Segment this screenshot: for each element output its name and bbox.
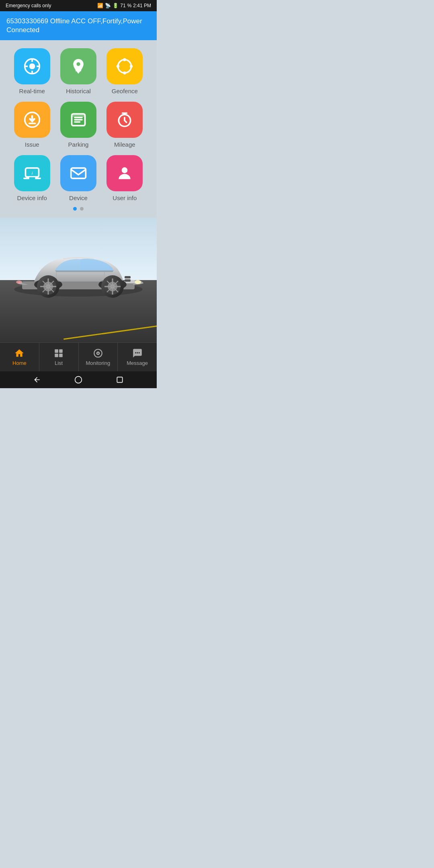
- svg-point-60: [97, 353, 98, 354]
- svg-point-51: [16, 280, 22, 284]
- realtime-icon-box: [14, 48, 50, 84]
- user-icon: [116, 164, 133, 182]
- car-image-area: [0, 218, 157, 342]
- issue-icon-box: [14, 102, 50, 138]
- grid-item-deviceinfo[interactable]: i Device info: [12, 155, 52, 201]
- svg-rect-53: [125, 279, 131, 282]
- svg-rect-54: [55, 349, 58, 353]
- grid-item-userinfo[interactable]: User info: [105, 155, 145, 201]
- grid-item-parking[interactable]: Parking: [58, 102, 98, 148]
- svg-point-9: [118, 60, 131, 73]
- nav-message[interactable]: Message: [118, 343, 157, 371]
- device-icon-box: [60, 155, 96, 191]
- svg-point-61: [135, 352, 136, 353]
- geofence-icon: [116, 57, 133, 75]
- bottom-nav: Home List Monitoring Message: [0, 342, 157, 371]
- svg-point-63: [138, 352, 139, 353]
- header-text: 65303330669 Offline ACC OFF,Fortify,Powe…: [6, 17, 142, 34]
- home-button[interactable]: [74, 375, 83, 384]
- svg-rect-55: [59, 349, 63, 353]
- laptop-icon: i: [23, 164, 41, 182]
- battery-icon: 🔋: [113, 3, 119, 8]
- menu-grid-area: Real-time Historical: [0, 40, 157, 218]
- status-right: 📶 📡 🔋 71% 2:41 PM: [97, 3, 151, 8]
- svg-point-29: [122, 168, 128, 174]
- svg-point-64: [75, 377, 82, 383]
- device-label: Device: [69, 194, 88, 201]
- home-nav-icon: [14, 348, 25, 358]
- realtime-label: Real-time: [19, 88, 45, 94]
- mail-icon: [70, 164, 87, 182]
- nav-message-label: Message: [127, 360, 148, 366]
- historical-label: Historical: [66, 88, 91, 94]
- grid-item-device[interactable]: Device: [58, 155, 98, 201]
- svg-rect-28: [71, 168, 86, 178]
- userinfo-label: User info: [113, 194, 137, 201]
- time-display: 2:41 PM: [133, 3, 151, 8]
- nav-list-label: List: [55, 360, 63, 366]
- recents-button[interactable]: [115, 375, 124, 384]
- deviceinfo-icon-box: i: [14, 155, 50, 191]
- svg-point-62: [137, 352, 138, 353]
- status-left: Emergency calls only: [6, 3, 51, 8]
- issue-label: Issue: [25, 141, 39, 148]
- status-bar: Emergency calls only 📶 📡 🔋 71% 2:41 PM: [0, 0, 157, 11]
- svg-point-10: [123, 58, 126, 61]
- userinfo-icon-box: [106, 155, 143, 191]
- geofence-icon-box: [106, 48, 143, 84]
- svg-point-11: [130, 65, 133, 68]
- svg-rect-20: [72, 114, 85, 117]
- svg-point-12: [123, 72, 126, 74]
- map-pin-icon: [70, 57, 87, 75]
- svg-text:i: i: [31, 171, 33, 176]
- grid-item-historical[interactable]: Historical: [58, 48, 98, 94]
- svg-point-50: [135, 280, 141, 284]
- signal-icon: 📶: [97, 3, 103, 8]
- back-button[interactable]: [33, 375, 41, 384]
- svg-rect-65: [117, 377, 123, 383]
- svg-rect-52: [125, 276, 131, 278]
- parking-label: Parking: [68, 141, 89, 148]
- historical-icon-box: [60, 48, 96, 84]
- mileage-icon-box: [106, 102, 143, 138]
- device-status-header: 65303330669 Offline ACC OFF,Fortify,Powe…: [0, 11, 157, 40]
- nav-home-label: Home: [12, 360, 27, 366]
- svg-rect-8: [77, 68, 80, 71]
- system-nav-bar: [0, 371, 157, 388]
- wifi-icon: 📡: [105, 3, 111, 8]
- car-image: [10, 243, 147, 307]
- download-icon: [23, 111, 41, 129]
- deviceinfo-label: Device info: [17, 194, 47, 201]
- list-nav-icon: [53, 348, 64, 358]
- mileage-label: Mileage: [114, 141, 135, 148]
- nav-monitoring-label: Monitoring: [86, 360, 111, 366]
- dot-2[interactable]: [80, 207, 84, 211]
- road-line: [63, 326, 157, 340]
- nav-monitoring[interactable]: Monitoring: [79, 343, 118, 371]
- list-icon: [70, 111, 87, 129]
- battery-level: 71: [120, 3, 125, 8]
- menu-grid: Real-time Historical: [12, 48, 145, 201]
- svg-point-6: [76, 62, 80, 66]
- grid-item-mileage[interactable]: Mileage: [105, 102, 145, 148]
- svg-point-1: [29, 63, 35, 70]
- timer-icon: [116, 111, 133, 129]
- nav-list[interactable]: List: [39, 343, 79, 371]
- grid-item-geofence[interactable]: Geofence: [105, 48, 145, 94]
- svg-rect-57: [59, 354, 63, 357]
- message-nav-icon: [132, 348, 143, 358]
- dot-1[interactable]: [73, 207, 77, 211]
- pagination-dots: [12, 201, 145, 214]
- grid-item-realtime[interactable]: Real-time: [12, 48, 52, 94]
- geofence-label: Geofence: [112, 88, 138, 94]
- nav-home[interactable]: Home: [0, 343, 39, 371]
- crosshair-icon: [23, 57, 41, 75]
- monitoring-nav-icon: [93, 348, 103, 358]
- parking-icon-box: [60, 102, 96, 138]
- grid-item-issue[interactable]: Issue: [12, 102, 52, 148]
- svg-point-13: [117, 65, 119, 68]
- svg-rect-56: [55, 354, 58, 357]
